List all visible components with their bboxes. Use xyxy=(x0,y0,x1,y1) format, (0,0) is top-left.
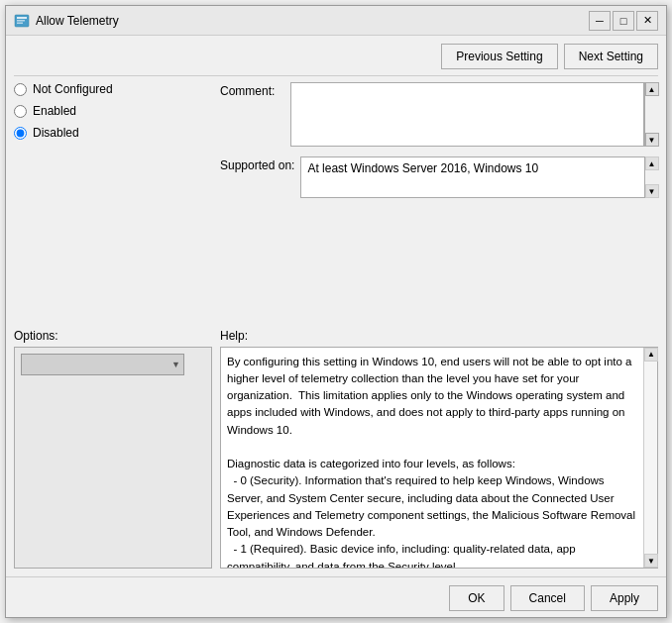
supported-box: At least Windows Server 2016, Windows 10 xyxy=(300,156,658,198)
radio-enabled[interactable]: Enabled xyxy=(14,104,212,118)
options-dropdown[interactable] xyxy=(21,354,184,375)
options-dropdown-wrapper xyxy=(21,354,184,375)
minimize-button[interactable]: ─ xyxy=(589,11,611,31)
content-area: Previous Setting Next Setting Not Config… xyxy=(6,36,666,576)
radio-enabled-input[interactable] xyxy=(14,105,27,118)
help-scroll-track xyxy=(644,362,657,555)
ok-button[interactable]: OK xyxy=(449,585,504,611)
help-content-wrapper: By configuring this setting in Windows 1… xyxy=(220,347,658,570)
apply-button[interactable]: Apply xyxy=(591,585,658,611)
comment-section: Comment: ▲ ▼ xyxy=(220,82,658,147)
close-button[interactable]: ✕ xyxy=(636,11,658,31)
supported-label: Supported on: xyxy=(220,158,294,172)
comment-scrollbar: ▲ ▼ xyxy=(644,82,658,147)
right-panel: Comment: ▲ ▼ Supported on: xyxy=(220,82,658,323)
comment-label: Comment: xyxy=(220,84,284,98)
help-text-content: By configuring this setting in Windows 1… xyxy=(227,356,638,569)
main-window: Allow Telemetry ─ □ ✕ Previous Setting N… xyxy=(5,5,667,618)
svg-rect-1 xyxy=(17,17,27,19)
radio-not-configured-input[interactable] xyxy=(14,83,27,96)
svg-rect-2 xyxy=(17,20,25,22)
left-panel: Not Configured Enabled Disabled xyxy=(14,82,212,323)
supported-section: Supported on: At least Windows Server 20… xyxy=(220,156,658,198)
supported-scroll-up[interactable]: ▲ xyxy=(645,156,659,170)
supported-box-wrapper: At least Windows Server 2016, Windows 10… xyxy=(300,156,658,198)
supported-scroll-down[interactable]: ▼ xyxy=(645,184,659,198)
help-text: By configuring this setting in Windows 1… xyxy=(221,348,643,569)
window-title: Allow Telemetry xyxy=(36,14,119,28)
window-icon xyxy=(14,13,30,29)
options-label: Options: xyxy=(14,329,212,343)
supported-value: At least Windows Server 2016, Windows 10 xyxy=(307,161,538,175)
middle-section: Not Configured Enabled Disabled Comm xyxy=(14,82,658,323)
previous-setting-button[interactable]: Previous Setting xyxy=(441,44,557,69)
radio-not-configured[interactable]: Not Configured xyxy=(14,82,212,96)
options-content-box xyxy=(14,347,212,570)
help-scroll-up[interactable]: ▲ xyxy=(644,348,658,362)
bottom-panels: Options: Help: By configuring this setti… xyxy=(14,329,658,570)
help-section: Help: By configuring this setting in Win… xyxy=(220,329,658,570)
help-scroll-down[interactable]: ▼ xyxy=(644,554,658,568)
radio-disabled[interactable]: Disabled xyxy=(14,126,212,140)
cancel-button[interactable]: Cancel xyxy=(510,585,585,611)
enabled-label: Enabled xyxy=(33,104,76,118)
supported-scrollbar: ▲ ▼ xyxy=(644,156,658,198)
next-setting-button[interactable]: Next Setting xyxy=(564,44,658,69)
not-configured-label: Not Configured xyxy=(33,82,113,96)
comment-scroll-up[interactable]: ▲ xyxy=(645,82,659,96)
options-section: Options: xyxy=(14,329,212,570)
comment-textarea[interactable] xyxy=(290,82,644,147)
maximize-button[interactable]: □ xyxy=(613,11,634,31)
comment-box-wrapper: ▲ ▼ xyxy=(290,82,658,147)
title-bar-left: Allow Telemetry xyxy=(14,13,119,29)
comment-scroll-down[interactable]: ▼ xyxy=(645,133,659,147)
help-scrollbar: ▲ ▼ xyxy=(643,348,657,569)
title-bar-buttons: ─ □ ✕ xyxy=(589,11,658,31)
help-label: Help: xyxy=(220,329,658,343)
top-row: Previous Setting Next Setting xyxy=(14,44,658,76)
title-bar: Allow Telemetry ─ □ ✕ xyxy=(6,6,666,36)
radio-disabled-input[interactable] xyxy=(14,127,27,140)
footer: OK Cancel Apply xyxy=(6,576,666,617)
disabled-label: Disabled xyxy=(33,126,79,140)
svg-rect-3 xyxy=(17,22,23,24)
radio-group: Not Configured Enabled Disabled xyxy=(14,82,212,140)
